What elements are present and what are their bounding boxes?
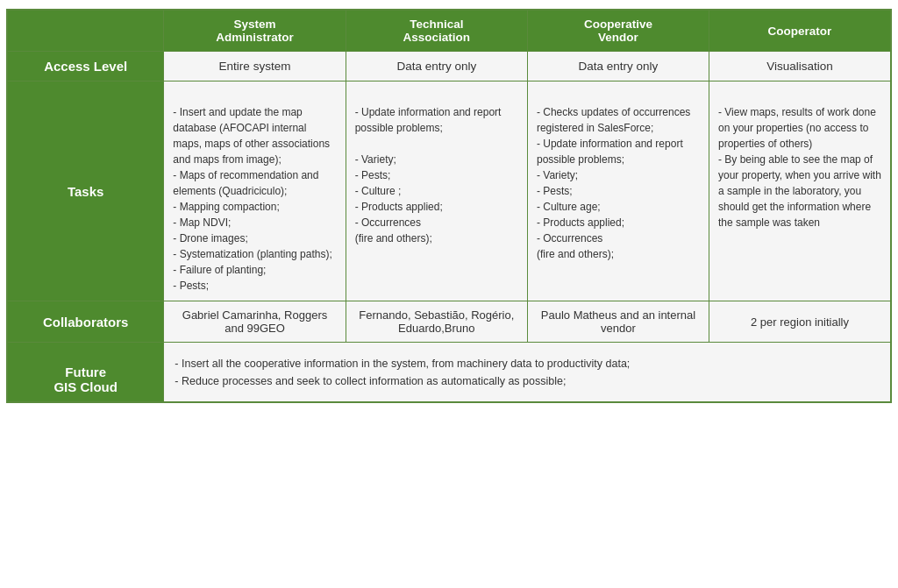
- header-cooperator-label: Cooperator: [768, 25, 832, 38]
- tasks-cooperative-text: - Checks updates of occurrences register…: [537, 106, 690, 260]
- tasks-cooperator: - View maps, results of work done on you…: [709, 81, 890, 301]
- header-cooperative-label: Cooperative Vendor: [584, 18, 652, 44]
- collaborators-sysadmin: Gabriel Camarinha, Roggers and 99GEO: [164, 301, 346, 343]
- header-technical-label: Technical Association: [403, 18, 471, 44]
- header-cooperator: Cooperator: [709, 11, 890, 52]
- tasks-sysadmin-text: - Insert and update the map database (AF…: [173, 106, 331, 292]
- access-level-cooperative: Data entry only: [527, 52, 709, 81]
- access-level-cooperator: Visualisation: [709, 52, 890, 81]
- header-sysadmin-label: System Administrator: [216, 18, 294, 44]
- tasks-cooperative: - Checks updates of occurrences register…: [527, 81, 709, 301]
- tasks-technical-text: - Update information and report possible…: [355, 106, 502, 244]
- access-level-label: Access Level: [8, 52, 164, 81]
- header-sysadmin: System Administrator: [164, 11, 346, 52]
- tasks-cooperator-text: - View maps, results of work done on you…: [718, 106, 881, 229]
- collaborators-cooperative: Paulo Matheus and an internal vendor: [527, 301, 709, 343]
- future-text1: - Insert all the cooperative information…: [175, 355, 880, 372]
- header-technical: Technical Association: [346, 11, 527, 52]
- collaborators-cooperator: 2 per region initially: [709, 301, 890, 343]
- tasks-row: Tasks - Insert and update the map databa…: [8, 81, 891, 301]
- access-level-technical: Data entry only: [346, 52, 527, 81]
- tasks-label: Tasks: [8, 81, 164, 301]
- header-empty: [8, 11, 164, 52]
- future-row: Future GIS Cloud - Insert all the cooper…: [8, 343, 891, 402]
- future-data: - Insert all the cooperative information…: [164, 343, 891, 402]
- header-row: System Administrator Technical Associati…: [8, 11, 891, 52]
- collaborators-row: Collaborators Gabriel Camarinha, Roggers…: [8, 301, 891, 343]
- access-level-row: Access Level Entire system Data entry on…: [8, 52, 891, 81]
- future-text2: - Reduce processes and seek to collect i…: [175, 372, 880, 390]
- tasks-sysadmin: - Insert and update the map database (AF…: [164, 81, 346, 301]
- collaborators-technical: Fernando, Sebastião, Rogério, Eduardo,Br…: [346, 301, 527, 343]
- future-label: Future GIS Cloud: [8, 343, 164, 402]
- future-label-text: Future GIS Cloud: [53, 365, 118, 394]
- collaborators-label: Collaborators: [8, 301, 164, 343]
- header-cooperative: Cooperative Vendor: [527, 11, 709, 52]
- access-level-sysadmin: Entire system: [164, 52, 346, 81]
- tasks-technical: - Update information and report possible…: [346, 81, 527, 301]
